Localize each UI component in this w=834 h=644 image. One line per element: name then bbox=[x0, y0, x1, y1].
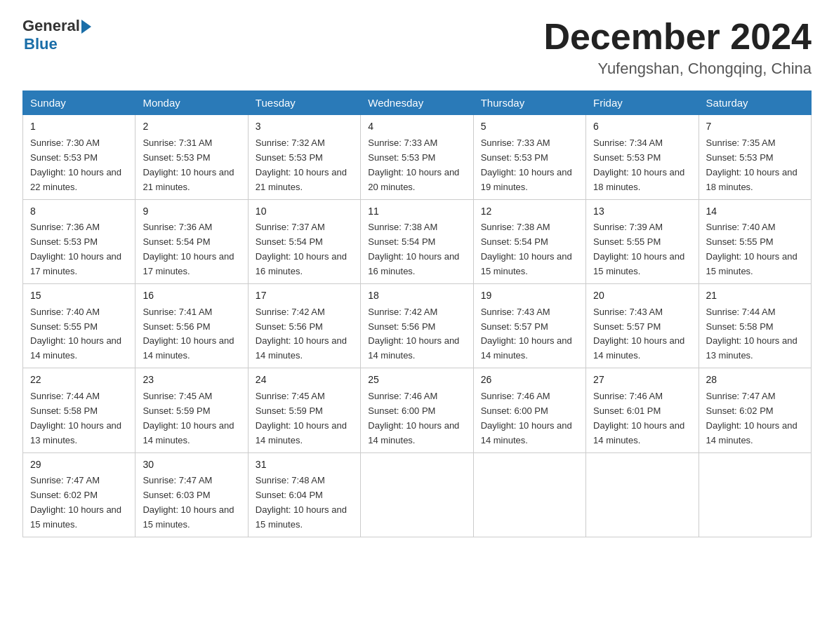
table-row: 22 Sunrise: 7:44 AMSunset: 5:58 PMDaylig… bbox=[23, 368, 135, 452]
table-row: 28 Sunrise: 7:47 AMSunset: 6:02 PMDaylig… bbox=[699, 368, 811, 452]
day-number: 16 bbox=[143, 288, 240, 304]
table-row: 10 Sunrise: 7:37 AMSunset: 5:54 PMDaylig… bbox=[248, 199, 360, 283]
day-number: 21 bbox=[706, 288, 804, 304]
table-row: 27 Sunrise: 7:46 AMSunset: 6:01 PMDaylig… bbox=[586, 368, 699, 452]
day-info: Sunrise: 7:43 AMSunset: 5:57 PMDaylight:… bbox=[481, 307, 572, 361]
table-row: 14 Sunrise: 7:40 AMSunset: 5:55 PMDaylig… bbox=[699, 199, 811, 283]
table-row: 24 Sunrise: 7:45 AMSunset: 5:59 PMDaylig… bbox=[248, 368, 360, 452]
day-number: 25 bbox=[368, 373, 465, 388]
header-sunday: Sunday bbox=[23, 91, 135, 115]
day-info: Sunrise: 7:43 AMSunset: 5:57 PMDaylight:… bbox=[593, 307, 684, 361]
day-info: Sunrise: 7:30 AMSunset: 5:53 PMDaylight:… bbox=[30, 137, 121, 192]
table-row: 29 Sunrise: 7:47 AMSunset: 6:02 PMDaylig… bbox=[23, 452, 135, 537]
table-row: 7 Sunrise: 7:35 AMSunset: 5:53 PMDayligh… bbox=[699, 115, 811, 199]
day-info: Sunrise: 7:34 AMSunset: 5:53 PMDaylight:… bbox=[593, 137, 684, 192]
day-info: Sunrise: 7:47 AMSunset: 6:03 PMDaylight:… bbox=[143, 475, 234, 530]
day-number: 17 bbox=[256, 288, 353, 304]
header-monday: Monday bbox=[135, 91, 248, 115]
table-row bbox=[586, 452, 699, 537]
calendar-week-row: 22 Sunrise: 7:44 AMSunset: 5:58 PMDaylig… bbox=[23, 368, 812, 452]
calendar-week-row: 1 Sunrise: 7:30 AMSunset: 5:53 PMDayligh… bbox=[23, 115, 812, 199]
day-number: 5 bbox=[481, 119, 578, 135]
day-info: Sunrise: 7:47 AMSunset: 6:02 PMDaylight:… bbox=[30, 475, 121, 530]
header-friday: Friday bbox=[586, 91, 699, 115]
day-number: 6 bbox=[593, 119, 691, 135]
table-row: 13 Sunrise: 7:39 AMSunset: 5:55 PMDaylig… bbox=[586, 199, 699, 283]
day-info: Sunrise: 7:47 AMSunset: 6:02 PMDaylight:… bbox=[706, 391, 797, 445]
table-row: 19 Sunrise: 7:43 AMSunset: 5:57 PMDaylig… bbox=[473, 283, 585, 368]
table-row: 16 Sunrise: 7:41 AMSunset: 5:56 PMDaylig… bbox=[135, 283, 248, 368]
table-row: 20 Sunrise: 7:43 AMSunset: 5:57 PMDaylig… bbox=[586, 283, 699, 368]
day-number: 15 bbox=[30, 288, 128, 304]
day-number: 22 bbox=[30, 373, 128, 388]
title-block: December 2024 Yufengshan, Chongqing, Chi… bbox=[543, 17, 812, 78]
day-number: 1 bbox=[30, 119, 128, 135]
day-number: 26 bbox=[481, 373, 578, 388]
day-number: 20 bbox=[593, 288, 691, 304]
day-number: 19 bbox=[481, 288, 578, 304]
table-row bbox=[361, 452, 473, 537]
day-info: Sunrise: 7:36 AMSunset: 5:54 PMDaylight:… bbox=[143, 222, 234, 276]
table-row bbox=[699, 452, 811, 537]
calendar-week-row: 15 Sunrise: 7:40 AMSunset: 5:55 PMDaylig… bbox=[23, 283, 812, 368]
day-info: Sunrise: 7:36 AMSunset: 5:53 PMDaylight:… bbox=[30, 222, 121, 276]
header-wednesday: Wednesday bbox=[361, 91, 473, 115]
day-info: Sunrise: 7:48 AMSunset: 6:04 PMDaylight:… bbox=[256, 475, 347, 530]
day-number: 3 bbox=[256, 119, 353, 135]
day-number: 30 bbox=[143, 457, 240, 473]
logo-blue-text: Blue bbox=[24, 35, 58, 53]
day-info: Sunrise: 7:46 AMSunset: 6:01 PMDaylight:… bbox=[593, 391, 684, 445]
day-number: 13 bbox=[593, 204, 691, 220]
day-info: Sunrise: 7:35 AMSunset: 5:53 PMDaylight:… bbox=[706, 137, 797, 192]
page-header: General Blue December 2024 Yufengshan, C… bbox=[22, 17, 812, 78]
table-row: 6 Sunrise: 7:34 AMSunset: 5:53 PMDayligh… bbox=[586, 115, 699, 199]
day-number: 12 bbox=[481, 204, 578, 220]
table-row: 5 Sunrise: 7:33 AMSunset: 5:53 PMDayligh… bbox=[473, 115, 585, 199]
header-saturday: Saturday bbox=[699, 91, 811, 115]
day-info: Sunrise: 7:39 AMSunset: 5:55 PMDaylight:… bbox=[593, 222, 684, 276]
logo-arrow-icon bbox=[81, 20, 91, 34]
logo: General Blue bbox=[22, 17, 91, 53]
calendar-week-row: 29 Sunrise: 7:47 AMSunset: 6:02 PMDaylig… bbox=[23, 452, 812, 537]
table-row bbox=[473, 452, 585, 537]
table-row: 9 Sunrise: 7:36 AMSunset: 5:54 PMDayligh… bbox=[135, 199, 248, 283]
calendar-table: Sunday Monday Tuesday Wednesday Thursday… bbox=[22, 90, 812, 537]
table-row: 23 Sunrise: 7:45 AMSunset: 5:59 PMDaylig… bbox=[135, 368, 248, 452]
day-number: 9 bbox=[143, 204, 240, 220]
day-number: 27 bbox=[593, 373, 691, 388]
day-number: 24 bbox=[256, 373, 353, 388]
day-info: Sunrise: 7:38 AMSunset: 5:54 PMDaylight:… bbox=[368, 222, 459, 276]
day-info: Sunrise: 7:33 AMSunset: 5:53 PMDaylight:… bbox=[368, 137, 459, 192]
table-row: 4 Sunrise: 7:33 AMSunset: 5:53 PMDayligh… bbox=[361, 115, 473, 199]
table-row: 25 Sunrise: 7:46 AMSunset: 6:00 PMDaylig… bbox=[361, 368, 473, 452]
day-info: Sunrise: 7:44 AMSunset: 5:58 PMDaylight:… bbox=[30, 391, 121, 445]
day-info: Sunrise: 7:45 AMSunset: 5:59 PMDaylight:… bbox=[256, 391, 347, 445]
calendar-week-row: 8 Sunrise: 7:36 AMSunset: 5:53 PMDayligh… bbox=[23, 199, 812, 283]
day-number: 28 bbox=[706, 373, 804, 388]
header-tuesday: Tuesday bbox=[248, 91, 360, 115]
day-number: 14 bbox=[706, 204, 804, 220]
day-number: 31 bbox=[256, 457, 353, 473]
day-info: Sunrise: 7:32 AMSunset: 5:53 PMDaylight:… bbox=[256, 137, 347, 192]
table-row: 21 Sunrise: 7:44 AMSunset: 5:58 PMDaylig… bbox=[699, 283, 811, 368]
day-info: Sunrise: 7:33 AMSunset: 5:53 PMDaylight:… bbox=[481, 137, 572, 192]
table-row: 26 Sunrise: 7:46 AMSunset: 6:00 PMDaylig… bbox=[473, 368, 585, 452]
day-info: Sunrise: 7:46 AMSunset: 6:00 PMDaylight:… bbox=[481, 391, 572, 445]
day-number: 10 bbox=[256, 204, 353, 220]
table-row: 30 Sunrise: 7:47 AMSunset: 6:03 PMDaylig… bbox=[135, 452, 248, 537]
day-info: Sunrise: 7:31 AMSunset: 5:53 PMDaylight:… bbox=[143, 137, 234, 192]
day-number: 11 bbox=[368, 204, 465, 220]
calendar-header-row: Sunday Monday Tuesday Wednesday Thursday… bbox=[23, 91, 812, 115]
table-row: 15 Sunrise: 7:40 AMSunset: 5:55 PMDaylig… bbox=[23, 283, 135, 368]
day-info: Sunrise: 7:44 AMSunset: 5:58 PMDaylight:… bbox=[706, 307, 797, 361]
day-number: 2 bbox=[143, 119, 240, 135]
table-row: 18 Sunrise: 7:42 AMSunset: 5:56 PMDaylig… bbox=[361, 283, 473, 368]
table-row: 8 Sunrise: 7:36 AMSunset: 5:53 PMDayligh… bbox=[23, 199, 135, 283]
day-number: 18 bbox=[368, 288, 465, 304]
day-number: 8 bbox=[30, 204, 128, 220]
day-info: Sunrise: 7:40 AMSunset: 5:55 PMDaylight:… bbox=[30, 307, 121, 361]
table-row: 2 Sunrise: 7:31 AMSunset: 5:53 PMDayligh… bbox=[135, 115, 248, 199]
day-number: 4 bbox=[368, 119, 465, 135]
table-row: 17 Sunrise: 7:42 AMSunset: 5:56 PMDaylig… bbox=[248, 283, 360, 368]
day-number: 7 bbox=[706, 119, 804, 135]
